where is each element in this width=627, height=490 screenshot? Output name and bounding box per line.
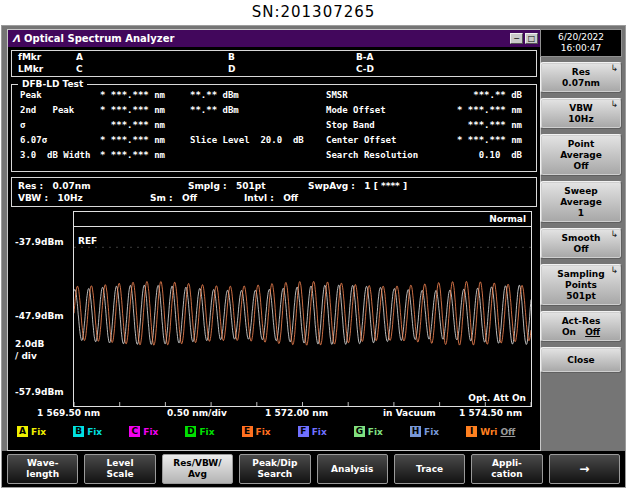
y-axis-label-mid: -47.9dBm [15, 311, 64, 321]
dfb-row-search-resolution: Search Resolution 0.10 dB [322, 150, 536, 165]
datetime-display: 6/20/2022 16:00:47 [540, 29, 622, 57]
smplg-setting: Smplg : 501pt [188, 181, 266, 191]
dfb-row-smsr: SMSR ***.** dB [322, 90, 536, 105]
x-axis-labels: 1 569.50 nm 0.50 nm/div 1 572.00 nm in V… [11, 408, 537, 422]
settings-bar: Res : 0.07nm Smplg : 501pt SwpAvg : 1 [ … [11, 177, 537, 207]
intvl-setting: Intvl : Off [244, 193, 298, 203]
dfb-row-stop-band: Stop Band ***.*** nm [322, 120, 536, 135]
dfb-row-mode-offset: Mode Offset * ***.*** nm [322, 105, 536, 120]
fmkr-a: A [76, 52, 83, 62]
dfb-row-db-width: 3.0 dB Width * ***.*** nm [12, 150, 322, 165]
softkey-act-res[interactable]: Act-Res On Off [540, 311, 622, 342]
fnkey-peak-dip-search[interactable]: Peak/Dip Search [239, 454, 310, 484]
window-titlebar: Λ Optical Spectrum Analyzer − □ [8, 30, 540, 47]
dfb-ld-test-legend: DFB-LD Test [18, 79, 87, 89]
trace-status-row: A Fix B Fix C Fix D Fix [11, 426, 537, 437]
softkey-point-average[interactable]: Point Average Off [540, 134, 622, 176]
dfb-row-2nd-peak: 2nd Peak * ***.*** nm **.** dBm [12, 105, 322, 120]
fnkey-level-scale[interactable]: Level Scale [84, 454, 155, 484]
right-arrow-icon: → [550, 464, 619, 475]
sm-setting: Sm : Off [150, 193, 197, 203]
submenu-arrow-icon: ↳ [610, 229, 618, 240]
fnkey-application[interactable]: Appli- cation [471, 454, 542, 484]
fnkey-analysis[interactable]: Analysis [317, 454, 388, 484]
x-stop-label: 1 574.50 nm [459, 408, 522, 418]
dfb-row-center-offset: Center Offset * ***.*** nm [322, 135, 536, 150]
submenu-arrow-icon: ↳ [610, 99, 618, 110]
fnkey-next-menu[interactable]: → [549, 454, 620, 484]
y-scale-label: 2.0dB [15, 339, 44, 349]
softkey-sweep-average[interactable]: Sweep Average 1 [540, 181, 622, 223]
y-axis-label-top: -37.9dBm [15, 237, 64, 247]
softkey-close[interactable]: Close [540, 347, 622, 373]
settings-line-2: VBW : 10Hz Sm : Off Intvl : Off [12, 193, 536, 205]
fmkr-b-a: B-A [356, 52, 374, 62]
trace-button-a[interactable]: A Fix [17, 426, 73, 437]
trace-button-f[interactable]: F Fix [298, 426, 354, 437]
trace-button-h[interactable]: H Fix [410, 426, 466, 437]
fnkey-res-vbw-avg[interactable]: Res/VBW/ Avg [162, 454, 233, 484]
dfb-ld-test-panel: DFB-LD Test Peak * ***.*** nm **.** dBm … [11, 84, 537, 172]
marker-header-panel: fMkr A B B-A LMkr C D C-D [11, 50, 537, 77]
minimize-button[interactable]: − [510, 33, 523, 44]
vacuum-label: in Vacuum [383, 408, 436, 418]
dfb-right-column: SMSR ***.** dB Mode Offset * ***.*** nm … [322, 90, 536, 165]
dfb-row-6sigma: 6.07σ * ***.*** nm Slice Level 20.0 dB [12, 135, 322, 150]
dfb-row-peak: Peak * ***.*** nm **.** dBm [12, 90, 322, 105]
marker-row-fmkr: fMkr A B B-A [12, 52, 536, 64]
serial-number-label: SN:201307265 [0, 3, 627, 21]
softkey-sampling-points[interactable]: ↳ Sampling Points 501pt [540, 264, 622, 306]
softkey-res[interactable]: ↳ Res 0.07nm [540, 62, 622, 93]
trace-button-i[interactable]: I Wri Off [466, 426, 537, 437]
window-title: Optical Spectrum Analyzer [24, 33, 508, 44]
trace-button-e[interactable]: E Fix [242, 426, 298, 437]
lmkr-label: LMkr [18, 64, 43, 74]
vbw-setting: VBW : 10Hz [18, 193, 83, 203]
swpavg-setting: SwpAvg : 1 [ **** ] [308, 181, 407, 191]
y-scale-div-label: / div [15, 351, 37, 361]
settings-line-1: Res : 0.07nm Smplg : 501pt SwpAvg : 1 [ … [12, 181, 536, 193]
close-button[interactable]: □ [525, 33, 538, 44]
dfb-row-sigma: σ ***.*** nm [12, 120, 322, 135]
fmkr-label: fMkr [18, 52, 41, 62]
marker-row-lmkr: LMkr C D C-D [12, 64, 536, 76]
time-label: 16:00:47 [541, 43, 621, 54]
analyzer-app-frame: Λ Optical Spectrum Analyzer − □ fMkr A B… [1, 25, 626, 488]
lmkr-c-d: C-D [356, 64, 374, 74]
softkey-vbw[interactable]: ↳ VBW 10Hz [540, 98, 622, 129]
y-axis-label-bottom: -57.9dBm [15, 387, 64, 397]
fnkey-wavelength[interactable]: Wave- length [7, 454, 78, 484]
spectrum-plot: Normal REF Opt. Att On [73, 211, 532, 407]
window-content: fMkr A B B-A LMkr C D C-D DFB-LD Test [8, 47, 540, 450]
date-label: 6/20/2022 [541, 32, 621, 43]
x-center-label: 1 572.00 nm [265, 408, 328, 418]
sweep-mode-label: Normal [74, 212, 531, 227]
x-div-label: 0.50 nm/div [167, 408, 227, 418]
optical-attenuator-status: Opt. Att On [468, 393, 526, 403]
ref-level-label: REF [78, 236, 97, 246]
spectrum-trace-canvas [74, 228, 531, 406]
fnkey-trace[interactable]: Trace [394, 454, 465, 484]
submenu-arrow-icon: ↳ [610, 63, 618, 74]
lmkr-d: D [228, 64, 235, 74]
lmkr-c: C [76, 64, 83, 74]
trace-button-g[interactable]: G Fix [354, 426, 410, 437]
anritsu-logo-icon: Λ [10, 33, 22, 44]
x-start-label: 1 569.50 nm [37, 408, 100, 418]
osa-main-window: Λ Optical Spectrum Analyzer − □ fMkr A B… [7, 29, 541, 451]
softkey-panel: 6/20/2022 16:00:47 ↳ Res 0.07nm ↳ VBW 10… [540, 29, 622, 373]
spectrum-graph-section: -37.9dBm -47.9dBm 2.0dB / div -57.9dBm N… [11, 211, 537, 423]
trace-button-c[interactable]: C Fix [129, 426, 185, 437]
trace-button-b[interactable]: B Fix [73, 426, 129, 437]
act-res-off-option[interactable]: Off [585, 327, 600, 337]
submenu-arrow-icon: ↳ [610, 265, 618, 276]
function-key-bar: Wave- length Level Scale Res/VBW/ Avg Pe… [2, 451, 625, 487]
trace-button-d[interactable]: D Fix [185, 426, 241, 437]
act-res-on-option[interactable]: On [562, 327, 576, 337]
res-setting: Res : 0.07nm [18, 181, 91, 191]
softkey-smooth[interactable]: ↳ Smooth Off [540, 228, 622, 259]
fmkr-b: B [228, 52, 235, 62]
dfb-left-column: Peak * ***.*** nm **.** dBm 2nd Peak * *… [12, 90, 322, 165]
